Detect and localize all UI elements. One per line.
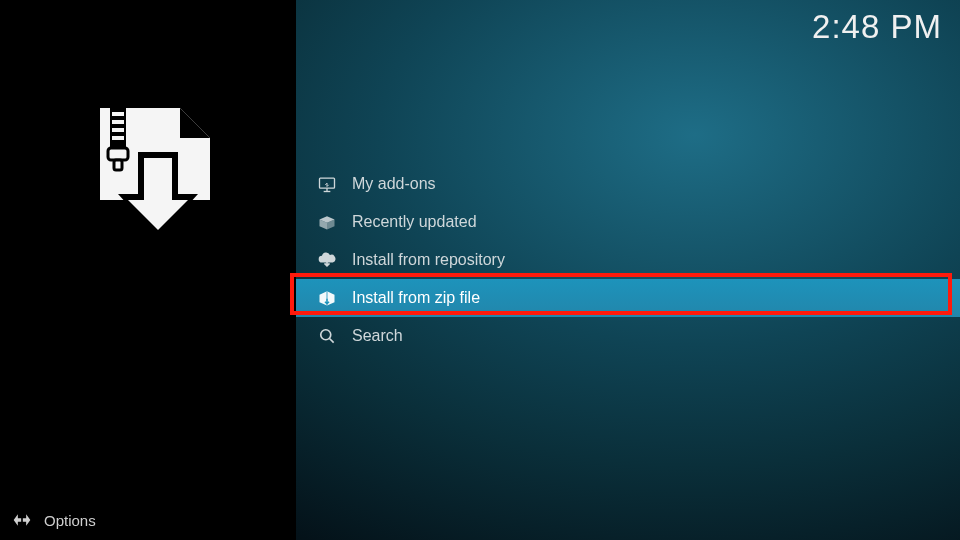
clock: 2:48 PM (812, 8, 942, 46)
svg-rect-2 (112, 120, 124, 124)
menu-item-label: Install from zip file (352, 289, 480, 307)
svg-rect-1 (112, 112, 124, 116)
cloud-download-icon (316, 249, 338, 271)
monitor-icon (316, 173, 338, 195)
menu-item-install-repository[interactable]: Install from repository (296, 241, 960, 279)
menu-item-label: Search (352, 327, 403, 345)
menu-item-install-zip[interactable]: Install from zip file (296, 279, 960, 317)
menu-item-label: Recently updated (352, 213, 477, 231)
menu-item-label: My add-ons (352, 175, 436, 193)
options-arrows-icon (12, 510, 32, 530)
menu-item-label: Install from repository (352, 251, 505, 269)
menu-list: My add-ons Recently updated Install from… (296, 165, 960, 355)
svg-rect-4 (112, 136, 124, 140)
footer-options-label: Options (44, 512, 96, 529)
menu-item-my-addons[interactable]: My add-ons (296, 165, 960, 203)
sidebar (0, 0, 296, 540)
search-icon (316, 325, 338, 347)
svg-point-10 (321, 330, 331, 340)
svg-rect-6 (114, 160, 122, 170)
open-box-icon (316, 211, 338, 233)
install-zip-large-icon (80, 108, 220, 248)
menu-item-search[interactable]: Search (296, 317, 960, 355)
box-zip-icon (316, 287, 338, 309)
footer-options[interactable]: Options (12, 510, 96, 530)
menu-item-recently-updated[interactable]: Recently updated (296, 203, 960, 241)
svg-rect-5 (108, 148, 128, 160)
svg-line-11 (330, 339, 334, 343)
svg-rect-3 (112, 128, 124, 132)
